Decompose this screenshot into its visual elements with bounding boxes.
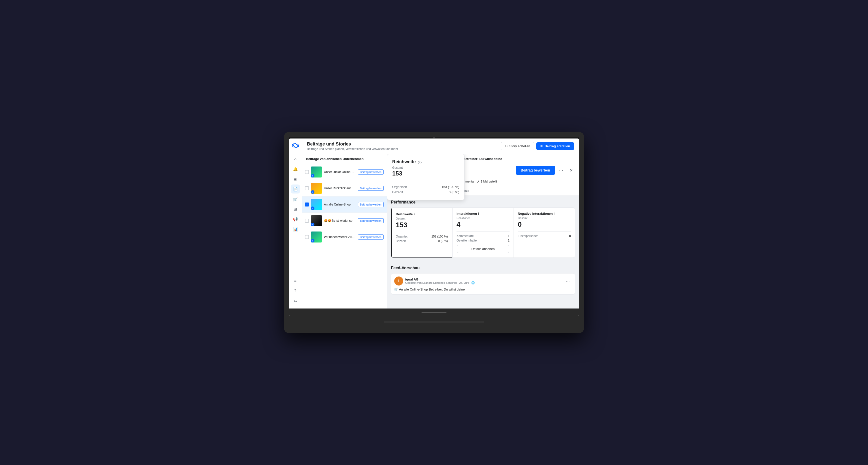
post-info-1: Unser Junior Online Ma...: [324, 170, 356, 174]
sidebar-item-help[interactable]: ?: [291, 287, 300, 296]
facebook-badge: f: [311, 174, 314, 177]
post-text-3: An alle Online-Shop Be...: [324, 203, 356, 206]
negative-info-icon[interactable]: i: [554, 212, 555, 215]
reichweite-title: Reichweite i: [392, 159, 459, 165]
sidebar-item-megaphone[interactable]: 📢: [291, 214, 300, 224]
kommentare-label: Kommentare: [457, 234, 474, 238]
facebook-badge: f: [311, 190, 314, 194]
list-item[interactable]: f Unser Rückblick auf das Dr... Beitrag …: [302, 180, 387, 197]
reichweite-metric-subtitle: Gesamt: [396, 217, 448, 220]
interaktionen-metric-subtitle: Reaktionen: [457, 217, 509, 220]
reichweite-popup: Reichweite i Gesamt 153 Organisch 153 (1…: [387, 154, 465, 200]
post-info-4: 🤩😍Es ist wieder so ...: [324, 219, 356, 223]
post-promote-button-5[interactable]: Beitrag bewerben: [358, 234, 384, 239]
geteilte-val: 1: [508, 239, 509, 242]
sidebar-item-table[interactable]: ⊞: [291, 204, 300, 213]
sidebar-item-home[interactable]: ⌂: [291, 155, 300, 164]
posts-panel-header: Beiträge von ähnlichen Unternehmen: [302, 154, 387, 164]
negative-metric-title: Negative Interaktionen i: [518, 212, 571, 215]
interaktionen-info-icon[interactable]: i: [478, 212, 479, 215]
kommentare-row: Kommentare 1: [457, 234, 509, 238]
post-icon: ✏: [540, 144, 543, 148]
bezahlt-row: Bezahlt 0 (0 %): [392, 190, 459, 195]
interaktionen-metric-title: Interaktionen i: [457, 212, 509, 215]
feed-more-button[interactable]: ⋯: [564, 277, 572, 285]
post-create-button[interactable]: ✏ Beitrag erstellen: [536, 142, 574, 150]
main-content: Beiträge und Stories Beiträge und Storie…: [302, 138, 579, 308]
organisch-row: Organisch 153 (100 %): [392, 184, 459, 190]
meta-logo: [291, 141, 300, 150]
organisch-value: 153 (100 %): [441, 185, 459, 189]
sidebar-item-notifications[interactable]: 🔔: [291, 165, 300, 173]
sidebar-item-content[interactable]: ▣: [291, 174, 300, 184]
promote-button-main[interactable]: Beitrag bewerben: [516, 166, 555, 175]
bezahlt-value: 0 (0 %): [449, 190, 459, 194]
header-title-section: Beiträge und Stories Beiträge und Storie…: [307, 141, 398, 151]
reichweite-metric-value: 153: [396, 221, 448, 229]
share-icon: ↗: [477, 179, 480, 184]
gesamt-value: 153: [392, 170, 459, 177]
post-checkbox-3[interactable]: ✓: [305, 202, 309, 206]
interaktionen-metric-card: Interaktionen i Reaktionen 4 Kommentare …: [453, 208, 514, 258]
geteilte-row: Geteilte Inhalte 1: [457, 238, 509, 243]
post-info-2: Unser Rückblick auf das Dr...: [324, 187, 356, 190]
reichweite-metric-title: Reichweite i: [396, 212, 448, 216]
facebook-badge: f: [311, 206, 314, 210]
post-checkbox-4[interactable]: [305, 219, 309, 223]
list-item[interactable]: f Unser Junior Online Ma... Beitrag bewe…: [302, 164, 387, 180]
header-actions: ↻ Story erstellen ✏ Beitrag erstellen: [501, 142, 574, 150]
post-promote-button-1[interactable]: Beitrag bewerben: [358, 169, 384, 174]
post-thumbnail-2: f: [311, 183, 322, 194]
feed-preview-card: i iqual AG Gepostet von Leandro Edmondo …: [391, 273, 575, 295]
bezahlt-val: 0 (0 %): [438, 239, 448, 243]
story-create-button[interactable]: ↻ Story erstellen: [501, 142, 534, 150]
details-button[interactable]: Details ansehen: [457, 245, 509, 253]
feed-avatar: i: [394, 276, 403, 286]
posts-panel: Beiträge von ähnlichen Unternehmen f Uns…: [302, 154, 387, 308]
post-thumbnail-1: f: [311, 166, 322, 177]
negative-metric-card: Negative Interaktionen i Gesamt 0 Einzel…: [514, 208, 575, 258]
sidebar-item-posts[interactable]: 📄: [291, 185, 300, 194]
post-promote-button-2[interactable]: Beitrag bewerben: [358, 186, 384, 191]
sidebar-item-chart[interactable]: 📊: [291, 225, 300, 233]
list-item[interactable]: f Wir haben wieder Zuwachs... Beitrag be…: [302, 229, 387, 245]
post-checkbox-5[interactable]: [305, 235, 309, 239]
post-text-5: Wir haben wieder Zuwachs...: [324, 235, 356, 239]
organisch-val: 153 (100 %): [432, 235, 448, 238]
sidebar-item-menu[interactable]: ≡: [291, 276, 300, 286]
post-promote-button-4[interactable]: Beitrag bewerben: [358, 218, 384, 223]
feed-user: i iqual AG Gepostet von Leandro Edmondo …: [394, 276, 572, 286]
post-checkbox-1[interactable]: [305, 170, 309, 174]
feed-preview-section: Feed-Vorschau i iqual AG Gepostet von Le…: [387, 266, 579, 299]
top-header: Beiträge und Stories Beiträge und Storie…: [302, 138, 579, 154]
einzelpersonen-label: Einzelpersonen: [518, 234, 538, 238]
feed-post-text: 🛒 An alle Online-Shop Betreiber: Du will…: [394, 288, 572, 291]
post-text-4: 🤩😍Es ist wieder so ...: [324, 219, 356, 223]
post-promote-button-3[interactable]: Beitrag bewerben: [358, 202, 384, 207]
gesamt-label: Gesamt: [392, 166, 459, 169]
list-item[interactable]: ✓ f An alle Online-Shop Be... Beitrag be…: [302, 197, 387, 213]
detail-panel: Reichweite i Gesamt 153 Organisch 153 (1…: [387, 154, 579, 308]
sidebar-item-expand[interactable]: ⇔: [291, 297, 300, 305]
close-button[interactable]: ✕: [567, 166, 575, 174]
metrics-grid: Reichweite i Gesamt 153 Organisch 153 (1…: [391, 207, 575, 258]
reichweite-info-icon[interactable]: i: [418, 161, 422, 164]
post-info-3: An alle Online-Shop Be...: [324, 203, 356, 206]
feed-user-name: iqual AG: [405, 277, 562, 281]
post-checkbox-2[interactable]: [305, 186, 309, 190]
performance-section-title: Performance: [391, 200, 575, 204]
negative-metric-value: 0: [518, 221, 571, 229]
list-item[interactable]: f 🤩😍Es ist wieder so ... Beitrag bewerbe…: [302, 213, 387, 229]
reichweite-card-info-icon[interactable]: i: [414, 212, 415, 216]
facebook-badge: f: [311, 239, 314, 242]
more-options-button[interactable]: ⋯: [557, 166, 565, 174]
facebook-badge: f: [311, 223, 314, 226]
post-text-1: Unser Junior Online Ma...: [324, 170, 356, 174]
bezahlt-label: Bezahlt: [396, 239, 406, 243]
reichweite-organisch-row: Organisch 153 (100 %): [396, 234, 448, 239]
detail-actions: Beitrag bewerben ⋯ ✕: [516, 166, 575, 175]
reichweite-bezahlt-row: Bezahlt 0 (0 %): [396, 239, 448, 243]
kommentare-val: 1: [508, 234, 509, 238]
content-area: Beiträge von ähnlichen Unternehmen f Uns…: [302, 154, 579, 308]
sidebar-item-shop[interactable]: 🛒: [291, 195, 300, 203]
